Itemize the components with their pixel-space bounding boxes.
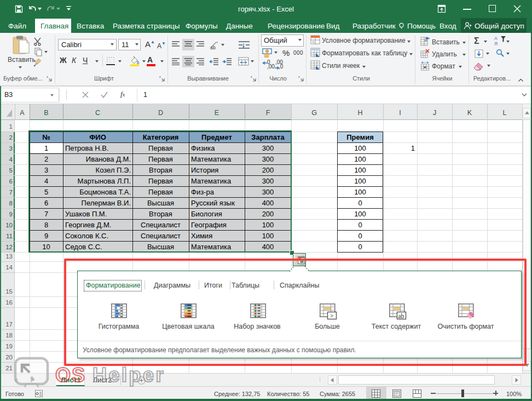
svg-text:ab: ab [210, 45, 216, 50]
svg-text:А: А [494, 36, 498, 41]
svg-text:=: = [312, 39, 315, 44]
svg-text:Я: Я [494, 41, 498, 46]
